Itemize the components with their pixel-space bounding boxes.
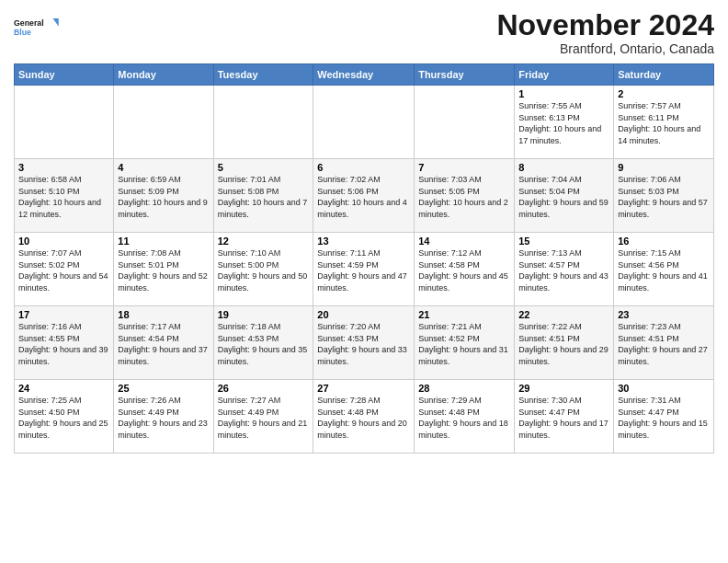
day-number: 17 — [18, 309, 109, 320]
day-info: Sunrise: 7:07 AMSunset: 5:02 PMDaylight:… — [18, 247, 109, 293]
day-cell: 11Sunrise: 7:08 AMSunset: 5:01 PMDayligh… — [114, 233, 213, 306]
day-number: 12 — [218, 236, 310, 247]
logo-svg: General Blue — [14, 9, 60, 46]
day-info: Sunrise: 6:58 AMSunset: 5:10 PMDaylight:… — [18, 174, 109, 220]
day-info: Sunrise: 7:06 AMSunset: 5:03 PMDaylight:… — [618, 174, 710, 220]
day-cell: 25Sunrise: 7:26 AMSunset: 4:49 PMDayligh… — [114, 380, 213, 454]
header-wednesday: Wednesday — [313, 64, 415, 86]
day-info: Sunrise: 7:28 AMSunset: 4:48 PMDaylight:… — [317, 395, 410, 441]
day-info: Sunrise: 7:25 AMSunset: 4:50 PMDaylight:… — [18, 395, 109, 441]
day-cell: 4Sunrise: 6:59 AMSunset: 5:09 PMDaylight… — [114, 159, 213, 233]
day-number: 6 — [317, 162, 410, 173]
day-info: Sunrise: 7:21 AMSunset: 4:52 PMDaylight:… — [418, 321, 510, 367]
day-cell: 17Sunrise: 7:16 AMSunset: 4:55 PMDayligh… — [15, 306, 114, 380]
header: General Blue November 2024 Brantford, On… — [14, 9, 714, 56]
svg-marker-2 — [53, 18, 59, 27]
day-cell — [15, 86, 114, 159]
day-info: Sunrise: 7:03 AMSunset: 5:05 PMDaylight:… — [418, 174, 510, 220]
day-number: 11 — [118, 236, 209, 247]
day-cell: 22Sunrise: 7:22 AMSunset: 4:51 PMDayligh… — [515, 306, 614, 380]
day-cell: 1Sunrise: 7:55 AMSunset: 6:13 PMDaylight… — [515, 86, 614, 159]
day-number: 2 — [618, 88, 710, 99]
day-info: Sunrise: 7:13 AMSunset: 4:57 PMDaylight:… — [518, 247, 609, 293]
day-cell — [213, 86, 313, 159]
day-info: Sunrise: 7:26 AMSunset: 4:49 PMDaylight:… — [118, 395, 209, 441]
week-row-4: 17Sunrise: 7:16 AMSunset: 4:55 PMDayligh… — [15, 306, 714, 380]
day-info: Sunrise: 7:30 AMSunset: 4:47 PMDaylight:… — [518, 395, 609, 441]
day-number: 24 — [18, 383, 109, 394]
day-cell: 27Sunrise: 7:28 AMSunset: 4:48 PMDayligh… — [313, 380, 415, 454]
header-thursday: Thursday — [415, 64, 515, 86]
logo: General Blue — [14, 9, 60, 46]
day-info: Sunrise: 7:12 AMSunset: 4:58 PMDaylight:… — [418, 247, 510, 293]
week-row-5: 24Sunrise: 7:25 AMSunset: 4:50 PMDayligh… — [15, 380, 714, 454]
day-number: 29 — [518, 383, 609, 394]
day-info: Sunrise: 7:29 AMSunset: 4:48 PMDaylight:… — [418, 395, 510, 441]
day-number: 20 — [317, 309, 410, 320]
day-cell: 16Sunrise: 7:15 AMSunset: 4:56 PMDayligh… — [614, 233, 714, 306]
day-cell: 12Sunrise: 7:10 AMSunset: 5:00 PMDayligh… — [213, 233, 313, 306]
day-info: Sunrise: 7:01 AMSunset: 5:08 PMDaylight:… — [218, 174, 310, 220]
day-info: Sunrise: 7:55 AMSunset: 6:13 PMDaylight:… — [518, 100, 609, 146]
day-number: 18 — [118, 309, 209, 320]
header-friday: Friday — [515, 64, 614, 86]
week-row-3: 10Sunrise: 7:07 AMSunset: 5:02 PMDayligh… — [15, 233, 714, 306]
week-row-2: 3Sunrise: 6:58 AMSunset: 5:10 PMDaylight… — [15, 159, 714, 233]
location: Brantford, Ontario, Canada — [496, 41, 714, 56]
day-number: 22 — [518, 309, 609, 320]
day-cell: 6Sunrise: 7:02 AMSunset: 5:06 PMDaylight… — [313, 159, 415, 233]
header-row: SundayMondayTuesdayWednesdayThursdayFrid… — [15, 64, 714, 86]
day-number: 30 — [618, 383, 710, 394]
day-number: 23 — [618, 309, 710, 320]
day-cell: 30Sunrise: 7:31 AMSunset: 4:47 PMDayligh… — [614, 380, 714, 454]
day-number: 5 — [218, 162, 310, 173]
day-cell: 8Sunrise: 7:04 AMSunset: 5:04 PMDaylight… — [515, 159, 614, 233]
day-info: Sunrise: 7:08 AMSunset: 5:01 PMDaylight:… — [118, 247, 209, 293]
day-cell: 2Sunrise: 7:57 AMSunset: 6:11 PMDaylight… — [614, 86, 714, 159]
day-number: 8 — [518, 162, 609, 173]
day-info: Sunrise: 7:16 AMSunset: 4:55 PMDaylight:… — [18, 321, 109, 367]
day-info: Sunrise: 7:57 AMSunset: 6:11 PMDaylight:… — [618, 100, 710, 146]
day-number: 1 — [518, 88, 609, 99]
day-number: 16 — [618, 236, 710, 247]
day-info: Sunrise: 7:22 AMSunset: 4:51 PMDaylight:… — [518, 321, 609, 367]
day-cell: 28Sunrise: 7:29 AMSunset: 4:48 PMDayligh… — [415, 380, 515, 454]
header-sunday: Sunday — [15, 64, 114, 86]
svg-text:Blue: Blue — [14, 28, 31, 37]
month-title: November 2024 — [496, 9, 714, 41]
day-cell: 7Sunrise: 7:03 AMSunset: 5:05 PMDaylight… — [415, 159, 515, 233]
day-number: 7 — [418, 162, 510, 173]
day-info: Sunrise: 7:15 AMSunset: 4:56 PMDaylight:… — [618, 247, 710, 293]
day-info: Sunrise: 7:31 AMSunset: 4:47 PMDaylight:… — [618, 395, 710, 441]
day-number: 15 — [518, 236, 609, 247]
day-number: 4 — [118, 162, 209, 173]
day-cell: 14Sunrise: 7:12 AMSunset: 4:58 PMDayligh… — [415, 233, 515, 306]
day-number: 27 — [317, 383, 410, 394]
day-info: Sunrise: 7:18 AMSunset: 4:53 PMDaylight:… — [218, 321, 310, 367]
svg-text:General: General — [14, 18, 44, 28]
day-number: 9 — [618, 162, 710, 173]
day-number: 3 — [18, 162, 109, 173]
day-cell: 13Sunrise: 7:11 AMSunset: 4:59 PMDayligh… — [313, 233, 415, 306]
day-cell — [313, 86, 415, 159]
day-cell: 9Sunrise: 7:06 AMSunset: 5:03 PMDaylight… — [614, 159, 714, 233]
day-info: Sunrise: 7:04 AMSunset: 5:04 PMDaylight:… — [518, 174, 609, 220]
calendar-table: SundayMondayTuesdayWednesdayThursdayFrid… — [14, 63, 714, 454]
day-cell: 24Sunrise: 7:25 AMSunset: 4:50 PMDayligh… — [15, 380, 114, 454]
day-number: 28 — [418, 383, 510, 394]
day-cell: 26Sunrise: 7:27 AMSunset: 4:49 PMDayligh… — [213, 380, 313, 454]
day-number: 13 — [317, 236, 410, 247]
day-info: Sunrise: 7:17 AMSunset: 4:54 PMDaylight:… — [118, 321, 209, 367]
day-cell: 20Sunrise: 7:20 AMSunset: 4:53 PMDayligh… — [313, 306, 415, 380]
day-cell: 10Sunrise: 7:07 AMSunset: 5:02 PMDayligh… — [15, 233, 114, 306]
header-monday: Monday — [114, 64, 213, 86]
day-cell: 18Sunrise: 7:17 AMSunset: 4:54 PMDayligh… — [114, 306, 213, 380]
day-number: 26 — [218, 383, 310, 394]
day-cell — [114, 86, 213, 159]
day-info: Sunrise: 7:02 AMSunset: 5:06 PMDaylight:… — [317, 174, 410, 220]
day-cell: 21Sunrise: 7:21 AMSunset: 4:52 PMDayligh… — [415, 306, 515, 380]
page-container: General Blue November 2024 Brantford, On… — [0, 0, 728, 458]
day-cell: 29Sunrise: 7:30 AMSunset: 4:47 PMDayligh… — [515, 380, 614, 454]
day-number: 21 — [418, 309, 510, 320]
day-info: Sunrise: 7:20 AMSunset: 4:53 PMDaylight:… — [317, 321, 410, 367]
